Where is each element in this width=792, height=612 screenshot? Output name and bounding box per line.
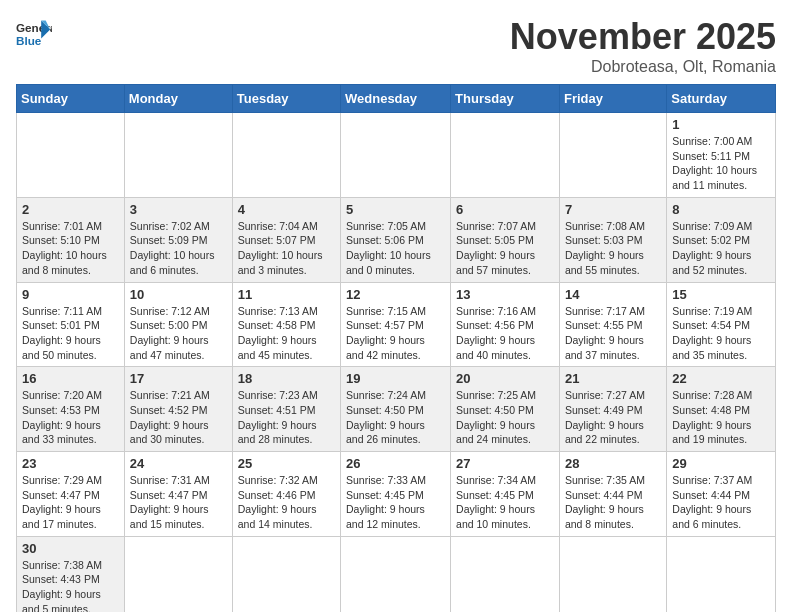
- calendar-day-cell: 26Sunrise: 7:33 AM Sunset: 4:45 PM Dayli…: [341, 452, 451, 537]
- calendar-day-cell: [451, 536, 560, 612]
- weekday-header: Sunday: [17, 85, 125, 113]
- day-number: 14: [565, 287, 661, 302]
- day-info: Sunrise: 7:02 AM Sunset: 5:09 PM Dayligh…: [130, 219, 227, 278]
- calendar-day-cell: 30Sunrise: 7:38 AM Sunset: 4:43 PM Dayli…: [17, 536, 125, 612]
- day-info: Sunrise: 7:20 AM Sunset: 4:53 PM Dayligh…: [22, 388, 119, 447]
- calendar-day-cell: 20Sunrise: 7:25 AM Sunset: 4:50 PM Dayli…: [451, 367, 560, 452]
- day-info: Sunrise: 7:37 AM Sunset: 4:44 PM Dayligh…: [672, 473, 770, 532]
- calendar-day-cell: 11Sunrise: 7:13 AM Sunset: 4:58 PM Dayli…: [232, 282, 340, 367]
- day-number: 19: [346, 371, 445, 386]
- day-info: Sunrise: 7:27 AM Sunset: 4:49 PM Dayligh…: [565, 388, 661, 447]
- calendar-day-cell: [341, 536, 451, 612]
- calendar-day-cell: 24Sunrise: 7:31 AM Sunset: 4:47 PM Dayli…: [124, 452, 232, 537]
- calendar-day-cell: 2Sunrise: 7:01 AM Sunset: 5:10 PM Daylig…: [17, 197, 125, 282]
- day-number: 20: [456, 371, 554, 386]
- day-number: 24: [130, 456, 227, 471]
- calendar-day-cell: [232, 113, 340, 198]
- calendar-day-cell: 3Sunrise: 7:02 AM Sunset: 5:09 PM Daylig…: [124, 197, 232, 282]
- weekday-header: Saturday: [667, 85, 776, 113]
- calendar-day-cell: [667, 536, 776, 612]
- day-number: 10: [130, 287, 227, 302]
- location: Dobroteasa, Olt, Romania: [510, 58, 776, 76]
- weekday-header: Monday: [124, 85, 232, 113]
- day-number: 15: [672, 287, 770, 302]
- day-number: 4: [238, 202, 335, 217]
- day-info: Sunrise: 7:21 AM Sunset: 4:52 PM Dayligh…: [130, 388, 227, 447]
- day-number: 6: [456, 202, 554, 217]
- month-title: November 2025: [510, 16, 776, 58]
- svg-text:Blue: Blue: [16, 34, 42, 47]
- day-info: Sunrise: 7:12 AM Sunset: 5:00 PM Dayligh…: [130, 304, 227, 363]
- calendar-week-row: 1Sunrise: 7:00 AM Sunset: 5:11 PM Daylig…: [17, 113, 776, 198]
- day-number: 30: [22, 541, 119, 556]
- day-info: Sunrise: 7:29 AM Sunset: 4:47 PM Dayligh…: [22, 473, 119, 532]
- logo-icon: General Blue: [16, 16, 52, 52]
- day-info: Sunrise: 7:32 AM Sunset: 4:46 PM Dayligh…: [238, 473, 335, 532]
- day-info: Sunrise: 7:23 AM Sunset: 4:51 PM Dayligh…: [238, 388, 335, 447]
- calendar-day-cell: [559, 113, 666, 198]
- day-number: 8: [672, 202, 770, 217]
- day-info: Sunrise: 7:01 AM Sunset: 5:10 PM Dayligh…: [22, 219, 119, 278]
- day-info: Sunrise: 7:09 AM Sunset: 5:02 PM Dayligh…: [672, 219, 770, 278]
- day-info: Sunrise: 7:08 AM Sunset: 5:03 PM Dayligh…: [565, 219, 661, 278]
- day-info: Sunrise: 7:16 AM Sunset: 4:56 PM Dayligh…: [456, 304, 554, 363]
- weekday-header: Thursday: [451, 85, 560, 113]
- calendar-day-cell: [559, 536, 666, 612]
- day-info: Sunrise: 7:38 AM Sunset: 4:43 PM Dayligh…: [22, 558, 119, 612]
- logo: General Blue: [16, 16, 52, 52]
- day-info: Sunrise: 7:13 AM Sunset: 4:58 PM Dayligh…: [238, 304, 335, 363]
- title-block: November 2025 Dobroteasa, Olt, Romania: [510, 16, 776, 76]
- calendar-header-row: SundayMondayTuesdayWednesdayThursdayFrid…: [17, 85, 776, 113]
- calendar-day-cell: [17, 113, 125, 198]
- calendar-day-cell: 12Sunrise: 7:15 AM Sunset: 4:57 PM Dayli…: [341, 282, 451, 367]
- day-number: 13: [456, 287, 554, 302]
- weekday-header: Tuesday: [232, 85, 340, 113]
- day-number: 1: [672, 117, 770, 132]
- calendar-day-cell: 19Sunrise: 7:24 AM Sunset: 4:50 PM Dayli…: [341, 367, 451, 452]
- day-info: Sunrise: 7:28 AM Sunset: 4:48 PM Dayligh…: [672, 388, 770, 447]
- day-number: 11: [238, 287, 335, 302]
- page-header: General Blue November 2025 Dobroteasa, O…: [16, 16, 776, 76]
- calendar-day-cell: 25Sunrise: 7:32 AM Sunset: 4:46 PM Dayli…: [232, 452, 340, 537]
- calendar-day-cell: 28Sunrise: 7:35 AM Sunset: 4:44 PM Dayli…: [559, 452, 666, 537]
- calendar-day-cell: [341, 113, 451, 198]
- day-info: Sunrise: 7:31 AM Sunset: 4:47 PM Dayligh…: [130, 473, 227, 532]
- calendar-day-cell: 8Sunrise: 7:09 AM Sunset: 5:02 PM Daylig…: [667, 197, 776, 282]
- day-number: 27: [456, 456, 554, 471]
- day-number: 21: [565, 371, 661, 386]
- calendar-day-cell: 6Sunrise: 7:07 AM Sunset: 5:05 PM Daylig…: [451, 197, 560, 282]
- day-number: 18: [238, 371, 335, 386]
- calendar-week-row: 16Sunrise: 7:20 AM Sunset: 4:53 PM Dayli…: [17, 367, 776, 452]
- calendar-day-cell: [124, 536, 232, 612]
- calendar-day-cell: 1Sunrise: 7:00 AM Sunset: 5:11 PM Daylig…: [667, 113, 776, 198]
- day-number: 7: [565, 202, 661, 217]
- calendar-day-cell: 17Sunrise: 7:21 AM Sunset: 4:52 PM Dayli…: [124, 367, 232, 452]
- calendar-day-cell: 9Sunrise: 7:11 AM Sunset: 5:01 PM Daylig…: [17, 282, 125, 367]
- day-number: 26: [346, 456, 445, 471]
- calendar-day-cell: [232, 536, 340, 612]
- calendar-day-cell: [451, 113, 560, 198]
- calendar-day-cell: 13Sunrise: 7:16 AM Sunset: 4:56 PM Dayli…: [451, 282, 560, 367]
- day-number: 25: [238, 456, 335, 471]
- calendar-day-cell: 16Sunrise: 7:20 AM Sunset: 4:53 PM Dayli…: [17, 367, 125, 452]
- day-info: Sunrise: 7:00 AM Sunset: 5:11 PM Dayligh…: [672, 134, 770, 193]
- weekday-header: Friday: [559, 85, 666, 113]
- day-info: Sunrise: 7:34 AM Sunset: 4:45 PM Dayligh…: [456, 473, 554, 532]
- weekday-header: Wednesday: [341, 85, 451, 113]
- calendar-week-row: 2Sunrise: 7:01 AM Sunset: 5:10 PM Daylig…: [17, 197, 776, 282]
- day-info: Sunrise: 7:07 AM Sunset: 5:05 PM Dayligh…: [456, 219, 554, 278]
- calendar-day-cell: 15Sunrise: 7:19 AM Sunset: 4:54 PM Dayli…: [667, 282, 776, 367]
- day-info: Sunrise: 7:15 AM Sunset: 4:57 PM Dayligh…: [346, 304, 445, 363]
- day-info: Sunrise: 7:17 AM Sunset: 4:55 PM Dayligh…: [565, 304, 661, 363]
- calendar-day-cell: 4Sunrise: 7:04 AM Sunset: 5:07 PM Daylig…: [232, 197, 340, 282]
- day-info: Sunrise: 7:33 AM Sunset: 4:45 PM Dayligh…: [346, 473, 445, 532]
- day-number: 23: [22, 456, 119, 471]
- day-info: Sunrise: 7:04 AM Sunset: 5:07 PM Dayligh…: [238, 219, 335, 278]
- calendar-day-cell: 18Sunrise: 7:23 AM Sunset: 4:51 PM Dayli…: [232, 367, 340, 452]
- day-number: 29: [672, 456, 770, 471]
- calendar-day-cell: 23Sunrise: 7:29 AM Sunset: 4:47 PM Dayli…: [17, 452, 125, 537]
- calendar-day-cell: 14Sunrise: 7:17 AM Sunset: 4:55 PM Dayli…: [559, 282, 666, 367]
- calendar-day-cell: 27Sunrise: 7:34 AM Sunset: 4:45 PM Dayli…: [451, 452, 560, 537]
- day-number: 12: [346, 287, 445, 302]
- calendar-week-row: 30Sunrise: 7:38 AM Sunset: 4:43 PM Dayli…: [17, 536, 776, 612]
